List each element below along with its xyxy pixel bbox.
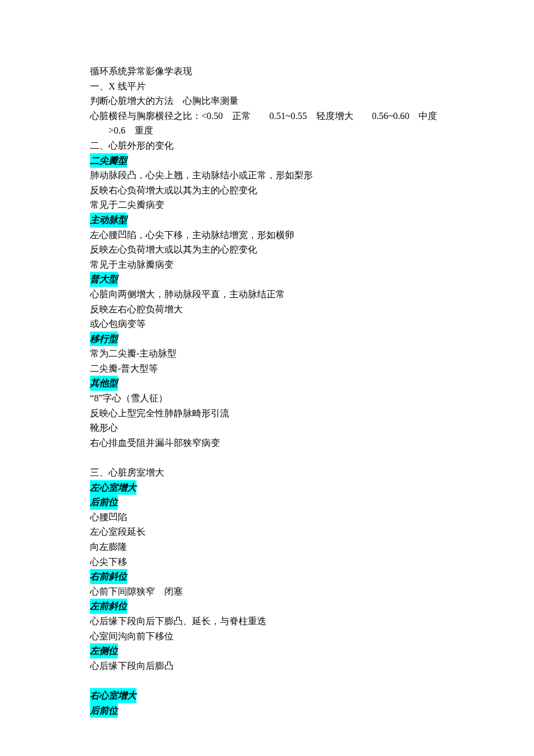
doc-title: 循环系统异常影像学表现	[90, 64, 444, 79]
body-text: 左心腰凹陷，心尖下移，主动脉结增宽，形如横卵	[90, 228, 444, 243]
body-text: 向左膨隆	[90, 539, 444, 555]
body-text: 心脏横径与胸廓横径之比：<0.50 正常 0.51~0.55 轻度增大 0.56…	[90, 109, 444, 124]
body-text: 心腰凹陷	[90, 510, 444, 525]
body-text: 常见于主动脉瓣病变	[90, 257, 444, 272]
blank-line	[90, 673, 444, 688]
body-text: “8”字心（雪人征）	[90, 391, 444, 406]
subheading-rv: 右心室增大	[90, 688, 136, 703]
subheading-lao-view: 左前斜位	[90, 599, 127, 614]
body-text: 心后缘下段向后膨凸	[90, 658, 444, 674]
body-text: 肺动脉段凸，心尖上翘，主动脉结小或正常，形如梨形	[90, 168, 444, 183]
blank-line	[90, 450, 444, 465]
subheading-general: 普大型	[90, 272, 118, 287]
body-text: 反映左右心腔负荷增大	[90, 302, 444, 317]
body-text: 心室间沟向前下移位	[90, 629, 444, 644]
body-text: >0.6 重度	[90, 123, 444, 138]
body-text: 判断心脏增大的方法 心胸比率测量	[90, 93, 444, 109]
subheading-mitral: 二尖瓣型	[90, 153, 127, 168]
body-text: 反映心上型完全性肺静脉畸形引流	[90, 406, 444, 421]
subheading-other: 其他型	[90, 376, 118, 391]
subheading-pa-view-2: 后前位	[90, 703, 118, 718]
body-text: 反映左心负荷增大或以其为主的心腔变化	[90, 242, 444, 257]
subheading-aortic: 主动脉型	[90, 213, 127, 228]
section-1-heading: 一、X 线平片	[90, 79, 444, 94]
document-page: 循环系统异常影像学表现 一、X 线平片 判断心脏增大的方法 心胸比率测量 心脏横…	[0, 0, 534, 756]
body-text: 反映右心负荷增大或以其为主的心腔变化	[90, 183, 444, 198]
body-text: 心脏向两侧增大，肺动脉段平直，主动脉结正常	[90, 287, 444, 302]
subheading-lv: 左心室增大	[90, 480, 136, 495]
subheading-rao-view: 右前斜位	[90, 569, 127, 584]
body-text: 常为二尖瓣-主动脉型	[90, 346, 444, 361]
body-text: 左心室段延长	[90, 524, 444, 539]
section-2-heading: 二、心脏外形的变化	[90, 138, 444, 153]
body-text: 右心排血受阻并漏斗部狭窄病变	[90, 435, 444, 451]
body-text: 心前下间隙狭窄 闭塞	[90, 584, 444, 599]
body-text: 二尖瓣-普大型等	[90, 361, 444, 376]
body-text: 心尖下移	[90, 555, 444, 570]
subheading-lateral-view: 左侧位	[90, 643, 118, 658]
body-text: 心后缘下段向后下膨凸、延长，与脊柱重迭	[90, 614, 444, 629]
body-text: 靴形心	[90, 420, 444, 435]
body-text: 常见于二尖瓣病变	[90, 197, 444, 213]
subheading-transition: 移行型	[90, 332, 118, 347]
subheading-pa-view: 后前位	[90, 495, 118, 510]
body-text: 或心包病变等	[90, 316, 444, 332]
section-3-heading: 三、心脏房室增大	[90, 465, 444, 480]
